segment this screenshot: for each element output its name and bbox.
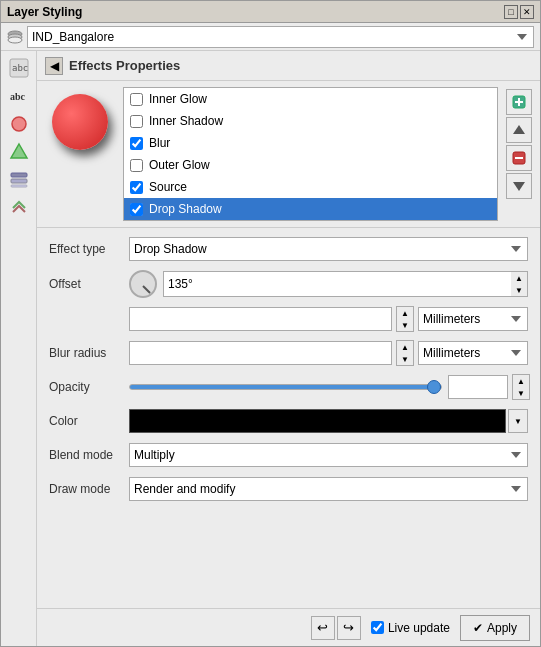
angle-input-wrapper: 135° ▲ ▼ (163, 271, 528, 297)
blend-mode-control: Multiply (129, 443, 528, 467)
title-bar: Layer Styling □ ✕ (1, 1, 540, 23)
effects-header: ◀ Effects Properties (37, 51, 540, 81)
minimize-button[interactable]: □ (504, 5, 518, 19)
angle-spinner: ▲ ▼ (511, 272, 527, 296)
sidebar-icon-text-abc[interactable]: abc (6, 83, 32, 109)
effect-item-drop-shadow[interactable]: Drop Shadow (124, 198, 497, 220)
text-format-icon: abc (9, 58, 29, 78)
opacity-down-button[interactable]: ▼ (513, 387, 529, 399)
layer-dropdown[interactable]: IND_Bangalore (27, 26, 534, 48)
window-title: Layer Styling (7, 5, 82, 19)
svg-marker-7 (11, 144, 27, 158)
angle-value: 135° (164, 276, 511, 292)
svg-point-2 (8, 37, 22, 43)
offset-distance-down-button[interactable]: ▼ (397, 319, 413, 331)
offset-distance-control: 2.0000 ▲ ▼ Millimeters (129, 306, 528, 332)
undo-redo-group: ↩ ↪ (311, 616, 361, 640)
draw-mode-control: Render and modify (129, 477, 528, 501)
draw-mode-row: Draw mode Render and modify (49, 476, 528, 502)
offset-distance-spinner: ▲ ▼ (396, 306, 414, 332)
dial-indicator (142, 285, 150, 293)
offset-control: 135° ▲ ▼ (129, 270, 528, 298)
effect-checkbox-blur[interactable] (130, 137, 143, 150)
undo-icon: ↩ (317, 620, 328, 635)
angle-up-button[interactable]: ▲ (511, 272, 527, 284)
color-swatch[interactable] (129, 409, 506, 433)
offset-distance-up-button[interactable]: ▲ (397, 307, 413, 319)
effects-checklist: Inner Glow Inner Shadow Blur (123, 87, 498, 221)
offset-row: Offset 135° ▲ ▼ (49, 270, 528, 298)
sidebar-icon-text-abc-box[interactable]: abc (6, 55, 32, 81)
sidebar-icon-circle[interactable] (6, 111, 32, 137)
effect-item-outer-glow[interactable]: Outer Glow (124, 154, 497, 176)
opacity-control: 100.0 % ▲ ▼ (129, 374, 528, 400)
blur-radius-row: Blur radius 2.6450 ▲ ▼ Millimeters (49, 340, 528, 366)
color-control: ▼ (129, 409, 528, 433)
right-panel: ◀ Effects Properties Inner Glow (37, 51, 540, 646)
layer-icon (7, 29, 23, 45)
blur-radius-input[interactable]: 2.6450 (129, 341, 392, 365)
live-update-checkbox[interactable] (371, 621, 384, 634)
live-update-group: Live update (371, 621, 450, 635)
blur-radius-down-button[interactable]: ▼ (397, 353, 413, 365)
effects-title: Effects Properties (69, 58, 180, 73)
effect-checkbox-inner-shadow[interactable] (130, 115, 143, 128)
effect-label-blur: Blur (149, 136, 170, 150)
effect-type-label: Effect type (49, 242, 129, 256)
draw-mode-select[interactable]: Render and modify (129, 477, 528, 501)
blur-radius-spinner: ▲ ▼ (396, 340, 414, 366)
color-row: Color ▼ (49, 408, 528, 434)
symbol-icon (9, 114, 29, 134)
remove-icon (512, 151, 526, 165)
angle-dial[interactable] (129, 270, 157, 298)
close-button[interactable]: ✕ (520, 5, 534, 19)
redo-button[interactable]: ↪ (337, 616, 361, 640)
angle-down-button[interactable]: ▼ (511, 284, 527, 296)
sidebar-icon-polygon[interactable] (6, 139, 32, 165)
effect-checkbox-drop-shadow[interactable] (130, 203, 143, 216)
up-icon (512, 123, 526, 137)
offset-distance-unit-select[interactable]: Millimeters (418, 307, 528, 331)
add-effect-button[interactable] (506, 89, 532, 115)
undo-button[interactable]: ↩ (311, 616, 335, 640)
apply-button[interactable]: ✔ Apply (460, 615, 530, 641)
preview-circle (45, 87, 115, 157)
effect-item-inner-glow[interactable]: Inner Glow (124, 88, 497, 110)
blur-radius-unit-select[interactable]: Millimeters (418, 341, 528, 365)
svg-rect-9 (11, 179, 27, 183)
back-button[interactable]: ◀ (45, 57, 63, 75)
svg-text:abc: abc (10, 91, 26, 102)
remove-effect-button[interactable] (506, 145, 532, 171)
text-label-icon: abc (9, 86, 29, 106)
effect-checkbox-outer-glow[interactable] (130, 159, 143, 172)
properties-area: Effect type Drop Shadow Offset (37, 228, 540, 608)
down-icon (512, 179, 526, 193)
opacity-value-group: 100.0 % ▲ ▼ (448, 374, 528, 400)
sidebar-icon-arrows[interactable] (6, 195, 32, 221)
effect-checkbox-inner-glow[interactable] (130, 93, 143, 106)
main-content: abc abc (1, 51, 540, 646)
opacity-input[interactable]: 100.0 % (448, 375, 508, 399)
blend-mode-label: Blend mode (49, 448, 129, 462)
live-update-label: Live update (388, 621, 450, 635)
polygon-icon (9, 142, 29, 162)
blur-radius-up-button[interactable]: ▲ (397, 341, 413, 353)
up-effect-button[interactable] (506, 117, 532, 143)
effect-type-select[interactable]: Drop Shadow (129, 237, 528, 261)
opacity-up-button[interactable]: ▲ (513, 375, 529, 387)
svg-text:abc: abc (12, 63, 28, 73)
sidebar-icon-layers[interactable] (6, 167, 32, 193)
blend-mode-select[interactable]: Multiply (129, 443, 528, 467)
down-effect-button[interactable] (506, 173, 532, 199)
effect-item-source[interactable]: Source (124, 176, 497, 198)
offset-distance-input[interactable]: 2.0000 (129, 307, 392, 331)
color-dropdown-button[interactable]: ▼ (508, 409, 528, 433)
footer: ↩ ↪ Live update ✔ Apply (37, 608, 540, 646)
effect-checkbox-source[interactable] (130, 181, 143, 194)
offset-label: Offset (49, 277, 129, 291)
svg-rect-10 (11, 185, 27, 187)
effect-label-source: Source (149, 180, 187, 194)
effect-item-inner-shadow[interactable]: Inner Shadow (124, 110, 497, 132)
effect-item-blur[interactable]: Blur (124, 132, 497, 154)
opacity-slider[interactable] (129, 384, 442, 390)
